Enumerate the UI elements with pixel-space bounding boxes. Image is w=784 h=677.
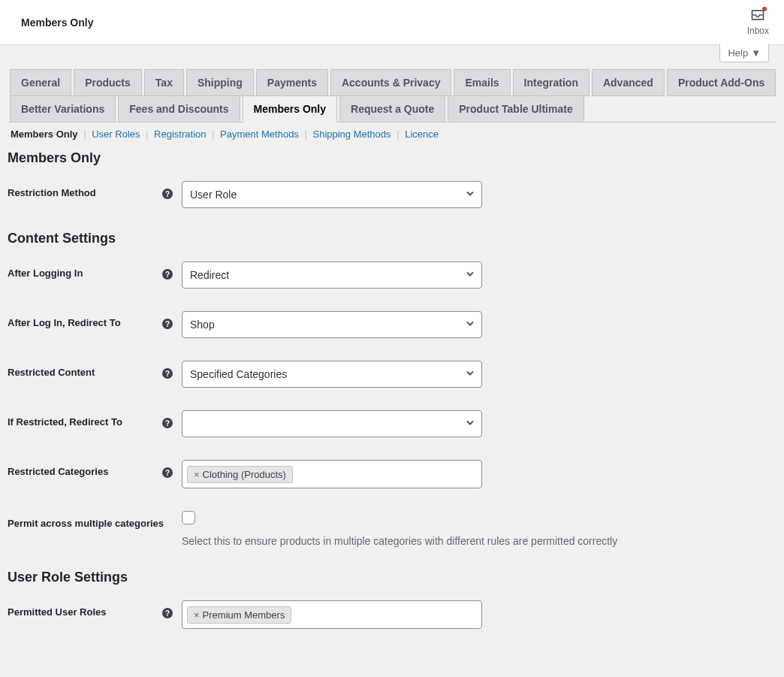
separator: | [209,128,217,140]
nav-tab[interactable]: Payments [256,69,328,96]
label-permitted-roles: Permitted User Roles [8,606,107,618]
subsubsub-links: Members Only | User Roles | Registration… [8,128,776,140]
close-icon[interactable]: × [194,609,200,621]
nav-tab[interactable]: Accounts & Privacy [330,69,452,96]
tag-label: Premium Members [203,609,285,621]
subsub-link[interactable]: Licence [402,128,442,140]
inbox-label: Inbox [747,26,769,36]
tag-input-restricted-categories[interactable]: × Clothing (Products) [182,460,482,488]
tag: × Premium Members [187,606,291,624]
help-icon[interactable]: ? [162,189,173,199]
help-tab[interactable]: Help ▼ [719,44,769,62]
label-restricted-categories: Restricted Categories [8,466,108,477]
nav-tab[interactable]: Tax [144,69,184,96]
label-after-logging-in: After Logging In [8,267,83,279]
tag-label: Clothing (Products) [203,469,286,480]
label-if-restricted-redirect: If Restricted, Redirect To [8,416,122,428]
nav-tab[interactable]: Emails [454,69,510,96]
separator: | [394,128,403,140]
tag-input-permitted-roles[interactable]: × Premium Members [182,600,482,629]
inbox-button[interactable]: Inbox [747,8,769,36]
subsub-link[interactable]: User Roles [89,128,143,140]
help-icon[interactable]: ? [162,319,173,329]
nav-tab[interactable]: Fees and Discounts [118,95,240,122]
help-icon[interactable]: ? [162,418,173,428]
nav-tab[interactable]: Advanced [592,69,665,96]
page-title: Members Only [21,17,93,29]
help-icon[interactable]: ? [162,608,173,618]
primary-tabs: GeneralProductsTaxShippingPaymentsAccoun… [8,62,776,122]
help-icon[interactable]: ? [162,368,173,379]
select-after-login-redirect[interactable]: Shop [182,311,482,338]
separator: | [302,128,310,140]
nav-tab[interactable]: Request a Quote [339,95,445,122]
row-restricted-categories: Restricted Categories ? × Clothing (Prod… [8,460,776,488]
close-icon[interactable]: × [194,469,200,480]
tag: × Clothing (Products) [187,466,293,483]
subsub-link[interactable]: Members Only [8,128,81,140]
help-icon[interactable]: ? [162,269,173,280]
select-restriction-method[interactable]: User Role [182,181,482,208]
subsub-link[interactable]: Registration [151,128,209,140]
separator: | [143,128,152,140]
row-permit-multiple: Permit across multiple categories Select… [8,511,776,547]
description-permit-multiple: Select this to ensure products in multip… [182,535,632,547]
section-members-only: Members Only [8,150,776,166]
nav-tab[interactable]: Product Add-Ons [667,69,776,96]
select-if-restricted-redirect[interactable] [182,410,482,437]
nav-tab[interactable]: Integration [513,69,590,96]
label-restriction-method: Restriction Method [8,187,96,198]
row-after-logging-in: After Logging In ? Redirect [8,261,776,289]
section-user-role-settings: User Role Settings [8,570,776,585]
inbox-icon [750,8,765,24]
nav-tab[interactable]: Members Only [243,95,337,122]
row-permitted-roles: Permitted User Roles ? × Premium Members [8,600,776,629]
nav-tab[interactable]: Products [74,69,142,96]
row-restricted-content: Restricted Content ? Specified Categorie… [8,361,776,388]
row-after-login-redirect: After Log In, Redirect To ? Shop [8,311,776,338]
subsub-link[interactable]: Shipping Methods [309,128,394,140]
nav-tab[interactable]: Better Variations [10,95,116,122]
checkbox-permit-multiple[interactable] [182,511,195,524]
label-permit-multiple: Permit across multiple categories [8,517,164,530]
nav-tab[interactable]: General [10,69,71,96]
help-label: Help [728,47,748,59]
select-restricted-content[interactable]: Specified Categories [182,361,482,388]
label-after-login-redirect: After Log In, Redirect To [8,317,121,328]
row-if-restricted-redirect: If Restricted, Redirect To ? [8,410,776,437]
subsub-link[interactable]: Payment Methods [217,128,302,140]
separator: | [81,128,89,140]
top-bar: Members Only Inbox [0,0,784,45]
chevron-down-icon: ▼ [751,47,761,59]
row-restriction-method: Restriction Method ? User Role [8,181,776,208]
label-restricted-content: Restricted Content [8,367,95,378]
help-icon[interactable]: ? [162,467,173,478]
select-after-logging-in[interactable]: Redirect [182,261,482,289]
nav-tab[interactable]: Shipping [186,69,254,96]
nav-tab[interactable]: Product Table Ultimate [448,95,583,122]
section-content-settings: Content Settings [8,231,776,246]
notification-dot [762,7,767,11]
